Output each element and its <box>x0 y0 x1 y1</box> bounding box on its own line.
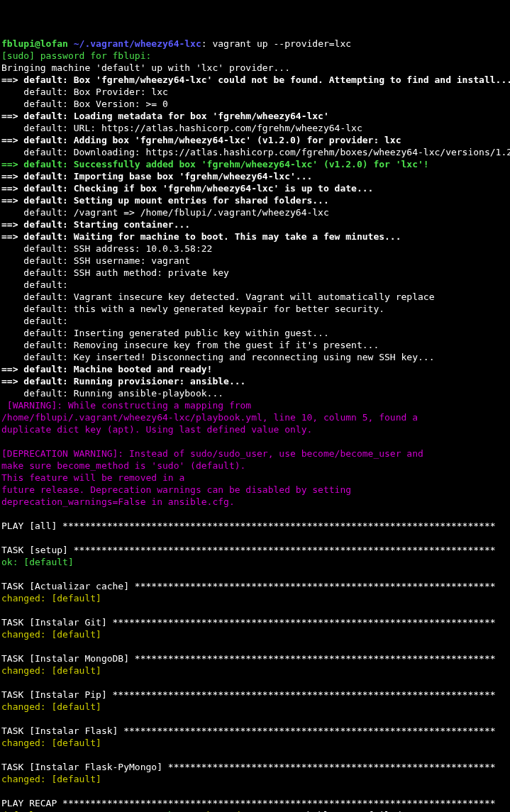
terminal-line <box>1 640 510 652</box>
terminal-line: default: SSH auth method: private key <box>1 267 510 279</box>
terminal-line: default: Downloading: https://atlas.hash… <box>1 146 510 158</box>
terminal-line: TASK [Instalar Pip] ********************… <box>1 689 510 701</box>
sudo-prompt: [sudo] password for fblupi: <box>1 50 151 61</box>
terminal-line: [DEPRECATION WARNING]: Instead of sudo/s… <box>1 447 510 460</box>
terminal-line: default: SSH username: vagrant <box>1 255 510 267</box>
terminal-line: default: URL: https://atlas.hashicorp.co… <box>1 122 510 134</box>
prompt-user: fblupi@lofan <box>1 38 68 49</box>
terminal-line: This feature will be removed in a <box>1 472 510 484</box>
terminal-line <box>1 604 510 616</box>
terminal-line: deprecation_warnings=False in ansible.cf… <box>1 496 510 508</box>
play-recap-line: default : ok=7 changed=6 unreachable=0 f… <box>1 809 510 812</box>
terminal-output: fblupi@lofan ~/.vagrant/wheezy64-lxc: va… <box>1 38 510 812</box>
prompt-command: vagrant up --provider=lxc <box>212 38 351 49</box>
terminal-line: default: Vagrant insecure key detected. … <box>1 291 510 303</box>
terminal-line: ==> default: Box 'fgrehm/wheezy64-lxc' c… <box>1 74 510 86</box>
terminal-line <box>1 532 510 544</box>
terminal-line: TASK [Instalar MongoDB] ****************… <box>1 652 510 664</box>
terminal-line <box>1 508 510 520</box>
terminal-line: default: Key inserted! Disconnecting and… <box>1 351 510 363</box>
terminal-line: changed: [default] <box>1 592 510 604</box>
terminal-line <box>1 713 510 725</box>
terminal-line: default: Inserting generated public key … <box>1 327 510 339</box>
terminal-line: duplicate dict key (apt). Using last def… <box>1 423 510 435</box>
terminal-line: ==> default: Successfully added box 'fgr… <box>1 158 510 170</box>
terminal-line: default: Removing insecure key from the … <box>1 339 510 351</box>
terminal-line: make sure become_method is 'sudo' (defau… <box>1 460 510 472</box>
terminal-line: /home/fblupi/.vagrant/wheezy64-lxc/playb… <box>1 411 510 423</box>
terminal-line: changed: [default] <box>1 701 510 713</box>
terminal-line: ==> default: Machine booted and ready! <box>1 363 510 375</box>
terminal-line: TASK [Instalar Flask] ******************… <box>1 725 510 737</box>
terminal-line: changed: [default] <box>1 737 510 749</box>
terminal-line: changed: [default] <box>1 628 510 640</box>
terminal-line <box>1 677 510 689</box>
terminal-line: ==> default: Starting container... <box>1 218 510 230</box>
terminal-line: [sudo] password for fblupi: <box>1 50 510 62</box>
terminal-line: default: this with a newly generated key… <box>1 303 510 315</box>
terminal-line: TASK [Instalar Git] ********************… <box>1 616 510 628</box>
terminal-line: ok: [default] <box>1 556 510 568</box>
terminal-line: TASK [Actualizar cache] ****************… <box>1 580 510 592</box>
terminal-line: changed: [default] <box>1 664 510 677</box>
terminal-line: changed: [default] <box>1 773 510 785</box>
prompt-line: fblupi@lofan ~/.vagrant/wheezy64-lxc: va… <box>1 38 510 50</box>
terminal-line: default: Box Version: >= 0 <box>1 98 510 110</box>
terminal-line: default: <box>1 315 510 327</box>
terminal-line: default: Box Provider: lxc <box>1 86 510 98</box>
terminal-line: future release. Deprecation warnings can… <box>1 484 510 496</box>
terminal-line: PLAY RECAP *****************************… <box>1 797 510 809</box>
terminal-line: default: <box>1 279 510 291</box>
terminal-line <box>1 435 510 447</box>
terminal-line: PLAY [all] *****************************… <box>1 520 510 532</box>
terminal-line: [WARNING]: While constructing a mapping … <box>1 399 510 411</box>
terminal-line: default: /vagrant => /home/fblupi/.vagra… <box>1 206 510 218</box>
terminal-line <box>1 785 510 797</box>
terminal-line: ==> default: Checking if box 'fgrehm/whe… <box>1 182 510 194</box>
terminal-line: default: Running ansible-playbook... <box>1 387 510 399</box>
terminal-line: TASK [Instalar Flask-PyMongo] **********… <box>1 761 510 773</box>
terminal-line <box>1 568 510 580</box>
terminal-line: default: SSH address: 10.0.3.58:22 <box>1 243 510 255</box>
prompt-path: ~/.vagrant/wheezy64-lxc <box>74 38 201 49</box>
terminal-line: ==> default: Setting up mount entries fo… <box>1 194 510 206</box>
terminal-line: ==> default: Waiting for machine to boot… <box>1 230 510 243</box>
terminal-line: ==> default: Importing base box 'fgrehm/… <box>1 170 510 182</box>
terminal-line <box>1 749 510 761</box>
terminal-line: ==> default: Loading metadata for box 'f… <box>1 110 510 122</box>
terminal-line: ==> default: Running provisioner: ansibl… <box>1 375 510 387</box>
terminal-line: Bringing machine 'default' up with 'lxc'… <box>1 62 510 74</box>
terminal-line: ==> default: Adding box 'fgrehm/wheezy64… <box>1 134 510 146</box>
terminal-line: TASK [setup] ***************************… <box>1 544 510 556</box>
